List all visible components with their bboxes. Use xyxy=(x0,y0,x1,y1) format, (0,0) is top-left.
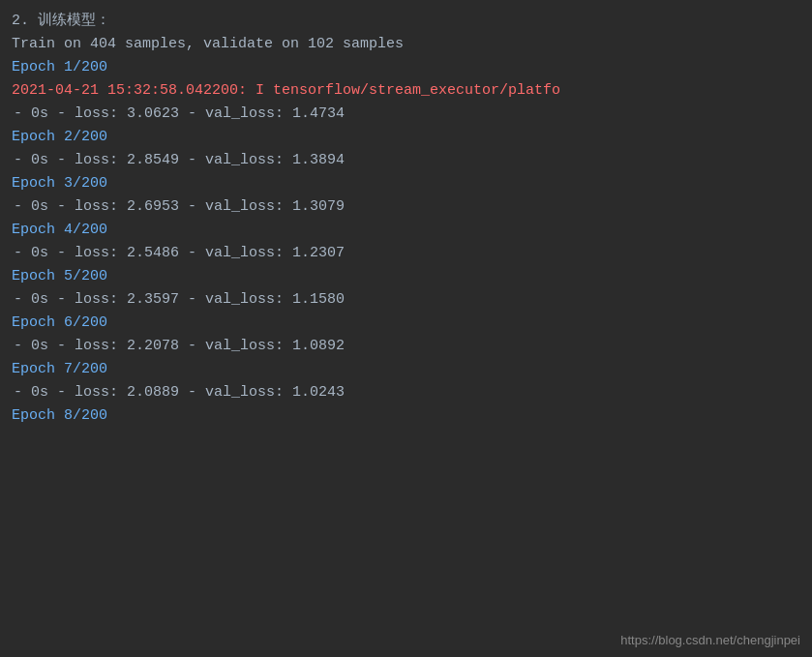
watermark: https://blog.csdn.net/chengjinpei xyxy=(620,633,800,647)
terminal-line-epoch3: Epoch 3/200 xyxy=(12,172,800,195)
terminal-line-epoch6: Epoch 6/200 xyxy=(12,312,800,335)
terminal-line-metrics7: - 0s - loss: 2.0889 - val_loss: 1.0243 xyxy=(12,381,800,404)
terminal-line-metrics4: - 0s - loss: 2.5486 - val_loss: 1.2307 xyxy=(12,242,800,265)
terminal-output: 2. 训练模型：Train on 404 samples, validate o… xyxy=(0,0,812,437)
terminal-line-error-line: 2021-04-21 15:32:58.042200: I tensorflow… xyxy=(12,79,800,103)
terminal-line-metrics6: - 0s - loss: 2.2078 - val_loss: 1.0892 xyxy=(12,335,800,358)
terminal-line-epoch2: Epoch 2/200 xyxy=(12,126,800,149)
terminal-line-metrics2: - 0s - loss: 2.8549 - val_loss: 1.3894 xyxy=(12,149,800,172)
terminal-line-epoch7: Epoch 7/200 xyxy=(12,358,800,381)
terminal-line-epoch4: Epoch 4/200 xyxy=(12,219,800,242)
terminal-line-metrics1: - 0s - loss: 3.0623 - val_loss: 1.4734 xyxy=(12,103,800,126)
terminal-line-epoch8: Epoch 8/200 xyxy=(12,404,800,428)
terminal-line-metrics3: - 0s - loss: 2.6953 - val_loss: 1.3079 xyxy=(12,195,800,219)
terminal-line-epoch5: Epoch 5/200 xyxy=(12,265,800,288)
terminal-line-train-info: Train on 404 samples, validate on 102 sa… xyxy=(12,33,800,56)
terminal-line-epoch1: Epoch 1/200 xyxy=(12,56,800,79)
terminal-line-heading: 2. 训练模型： xyxy=(12,10,800,33)
terminal-line-metrics5: - 0s - loss: 2.3597 - val_loss: 1.1580 xyxy=(12,288,800,312)
